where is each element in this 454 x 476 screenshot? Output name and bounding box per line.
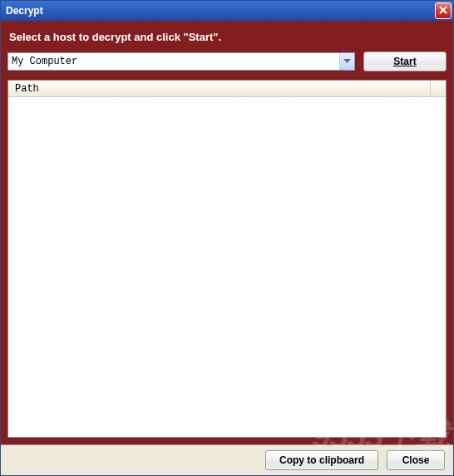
start-button[interactable]: Start (363, 52, 447, 71)
host-row: My Computer Start (7, 52, 447, 71)
path-list-panel: Path (7, 80, 447, 438)
header-spacer (431, 81, 446, 96)
host-select[interactable]: My Computer (7, 52, 355, 71)
close-icon (439, 5, 447, 17)
footer: Copy to clipboard Close (1, 444, 453, 475)
window-close-button[interactable] (435, 2, 452, 19)
dropdown-arrow (339, 53, 354, 70)
chevron-down-icon (343, 56, 351, 67)
column-header-path[interactable]: Path (8, 81, 431, 96)
copy-to-clipboard-button[interactable]: Copy to clipboard (265, 450, 378, 470)
instruction-text: Select a host to decrypt and click "Star… (9, 31, 445, 43)
decrypt-window: Decrypt Select a host to decrypt and cli… (0, 0, 454, 476)
titlebar[interactable]: Decrypt (1, 1, 453, 21)
list-header: Path (8, 81, 446, 97)
close-button[interactable]: Close (387, 450, 445, 470)
content-area: Select a host to decrypt and click "Star… (1, 21, 453, 444)
list-body[interactable] (8, 97, 446, 437)
start-button-rest: tart (400, 56, 416, 67)
host-select-value: My Computer (12, 56, 77, 67)
window-title: Decrypt (6, 5, 43, 17)
